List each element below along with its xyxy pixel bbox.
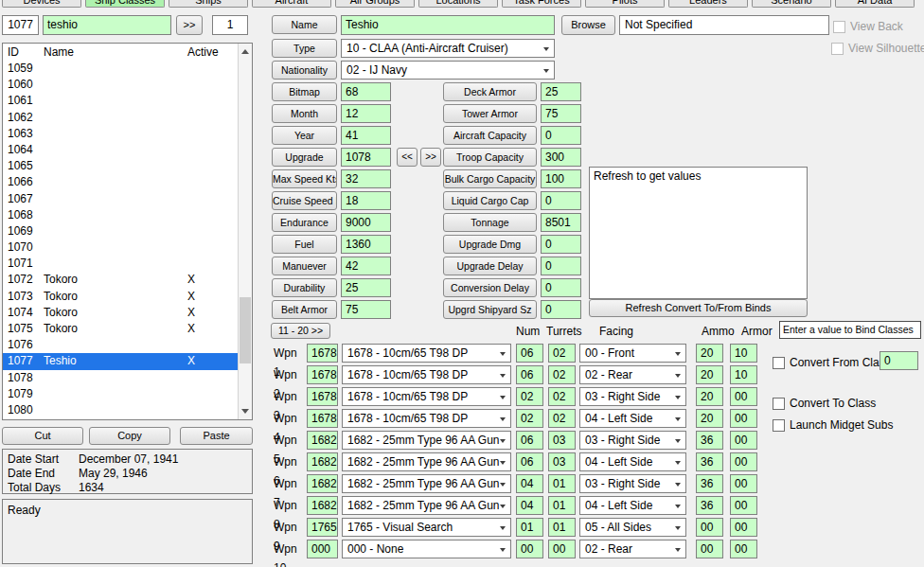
field-label-button[interactable]: Tower Armor (443, 104, 537, 123)
weapon-num-input[interactable]: 02 (516, 409, 543, 428)
weapon-turrets-input[interactable]: 02 (548, 344, 576, 363)
convert-from-class-checkbox-box[interactable] (773, 357, 785, 369)
convert-from-class-checkbox[interactable]: Convert From Class (773, 356, 891, 369)
weapon-ammo-input[interactable]: 20 (696, 387, 723, 406)
weapon-turrets-input[interactable]: 01 (548, 518, 576, 537)
weapon-armor-input[interactable]: 10 (730, 365, 757, 384)
weapon-num-input[interactable]: 06 (516, 365, 543, 384)
field-value-input[interactable]: 0 (541, 300, 581, 319)
launch-midget-subs-checkbox[interactable]: Launch Midget Subs (773, 418, 893, 432)
weapon-num-input[interactable]: 06 (516, 344, 543, 363)
weapon-id-input[interactable]: 1682 (307, 452, 338, 471)
view-silhouettes-checkbox-box[interactable] (831, 43, 844, 55)
weapon-facing-dropdown[interactable]: 05 - All Sides (579, 518, 686, 537)
search-input[interactable]: teshio (43, 15, 171, 35)
view-back-checkbox[interactable]: View Back (833, 20, 903, 33)
weapon-ammo-input[interactable]: 36 (696, 431, 723, 450)
field-label-button[interactable]: Upgrd Shipyard Sz (443, 300, 537, 319)
weapon-ammo-input[interactable]: 00 (696, 518, 723, 537)
field-label-button[interactable]: Conversion Delay (443, 278, 537, 297)
weapon-dropdown[interactable]: 1682 - 25mm Type 96 AA Gun (342, 431, 511, 450)
weapon-facing-dropdown[interactable]: 03 - Right Side (579, 387, 686, 406)
refresh-convert-binds-button[interactable]: Refresh Convert To/From Binds (589, 299, 808, 317)
weapon-armor-input[interactable]: 00 (730, 387, 757, 406)
weapon-dropdown[interactable]: 1678 - 10cm/65 T98 DP (342, 409, 511, 428)
editor-tab[interactable]: Locations (418, 0, 498, 8)
weapon-facing-dropdown[interactable]: 02 - Rear (579, 365, 686, 384)
launch-midget-subs-checkbox-box[interactable] (773, 419, 785, 432)
weapon-id-input[interactable]: 000 (307, 540, 338, 558)
field-value-input[interactable]: 0 (541, 191, 581, 210)
weapon-facing-dropdown[interactable]: 02 - Rear (579, 540, 686, 558)
weapon-armor-input[interactable]: 00 (730, 518, 757, 537)
editor-tab[interactable]: Aircraft (252, 0, 331, 8)
weapon-turrets-input[interactable]: 02 (548, 387, 576, 406)
weapon-facing-dropdown[interactable]: 03 - Right Side (579, 474, 686, 493)
view-silhouettes-checkbox[interactable]: View Silhouettes (831, 42, 924, 55)
weapon-ammo-input[interactable]: 00 (696, 540, 723, 558)
weapons-page-button[interactable]: 11 - 20 >> (271, 323, 330, 339)
editor-tab[interactable]: Devices (2, 0, 81, 8)
weapon-turrets-input[interactable]: 00 (548, 540, 576, 558)
field-value-input[interactable]: 100 (541, 169, 581, 188)
weapon-id-input[interactable]: 1678 (307, 344, 338, 363)
weapon-id-input[interactable]: 1682 (307, 496, 338, 515)
weapon-dropdown[interactable]: 1682 - 25mm Type 96 AA Gun (342, 474, 511, 493)
weapon-dropdown[interactable]: 1765 - Visual Search (342, 518, 511, 537)
weapon-armor-input[interactable]: 00 (730, 540, 757, 558)
weapon-dropdown[interactable]: 1682 - 25mm Type 96 AA Gun (342, 452, 511, 471)
weapon-armor-input[interactable]: 00 (730, 496, 757, 515)
weapon-turrets-input[interactable]: 03 (548, 452, 576, 471)
find-next-button[interactable]: >> (176, 15, 203, 35)
convert-from-class-input[interactable]: 0 (880, 351, 918, 370)
editor-tab[interactable]: AI Data (835, 0, 915, 8)
field-value-input[interactable]: 0 (541, 278, 581, 297)
weapon-turrets-input[interactable]: 02 (548, 365, 576, 384)
field-label-button[interactable]: Upgrade Delay (443, 257, 537, 275)
editor-tab[interactable]: Pilots (585, 0, 665, 8)
weapon-facing-dropdown[interactable]: 03 - Right Side (579, 431, 686, 450)
weapon-id-input[interactable]: 1678 (307, 365, 338, 384)
field-label-button[interactable]: Deck Armor (443, 82, 537, 101)
weapon-num-input[interactable]: 06 (516, 452, 543, 471)
weapon-ammo-input[interactable]: 36 (696, 496, 723, 515)
weapon-num-input[interactable]: 00 (516, 540, 543, 558)
class-name-input[interactable]: Teshio (341, 15, 555, 35)
weapon-facing-dropdown[interactable]: 04 - Left Side (579, 452, 686, 471)
editor-tab[interactable]: Scenario (752, 0, 831, 8)
weapon-armor-input[interactable]: 00 (730, 474, 757, 493)
weapon-ammo-input[interactable]: 20 (696, 409, 723, 428)
bind-classes-input[interactable]: Enter a value to Bind Classes (779, 321, 921, 339)
weapon-ammo-input[interactable]: 20 (696, 365, 723, 384)
editor-tab[interactable]: Ship Classes (85, 0, 165, 8)
name-field-label[interactable]: Name (272, 15, 337, 34)
field-value-input[interactable]: 8501 (541, 213, 581, 232)
weapon-armor-input[interactable]: 00 (730, 409, 757, 428)
convert-to-class-checkbox-box[interactable] (773, 398, 785, 410)
weapon-facing-dropdown[interactable]: 04 - Left Side (579, 409, 686, 428)
nationality-field-label[interactable]: Nationality (272, 61, 337, 80)
weapon-turrets-input[interactable]: 01 (548, 496, 576, 515)
editor-tab[interactable]: Leaders (668, 0, 748, 8)
weapon-num-input[interactable]: 04 (516, 474, 543, 493)
weapon-ammo-input[interactable]: 20 (696, 344, 723, 363)
weapon-facing-dropdown[interactable]: 04 - Left Side (579, 496, 686, 515)
weapon-armor-input[interactable]: 00 (730, 452, 757, 471)
weapon-dropdown[interactable]: 1678 - 10cm/65 T98 DP (342, 344, 511, 363)
field-label-button[interactable]: Bulk Cargo Capacity (443, 169, 537, 188)
weapon-dropdown[interactable]: 1678 - 10cm/65 T98 DP (342, 387, 511, 406)
weapon-ammo-input[interactable]: 36 (696, 474, 723, 493)
weapon-dropdown[interactable]: 1682 - 25mm Type 96 AA Gun (342, 496, 511, 515)
field-label-button[interactable]: Aircraft Capacity (443, 126, 537, 145)
weapon-dropdown[interactable]: 1678 - 10cm/65 T98 DP (342, 365, 511, 384)
class-list-row[interactable]: 1075 Tokoro X (3, 321, 238, 337)
weapon-armor-input[interactable]: 10 (730, 344, 757, 363)
weapon-turrets-input[interactable]: 01 (548, 474, 576, 493)
weapon-num-input[interactable]: 01 (516, 518, 543, 537)
browse-button[interactable]: Browse (561, 15, 615, 35)
editor-tab[interactable]: Task Forces (502, 0, 581, 8)
weapon-id-input[interactable]: 1678 (307, 387, 338, 406)
scrollbar-up-arrow-icon[interactable] (239, 44, 252, 59)
weapon-id-input[interactable]: 1682 (307, 431, 338, 450)
weapon-num-input[interactable]: 04 (516, 496, 543, 515)
